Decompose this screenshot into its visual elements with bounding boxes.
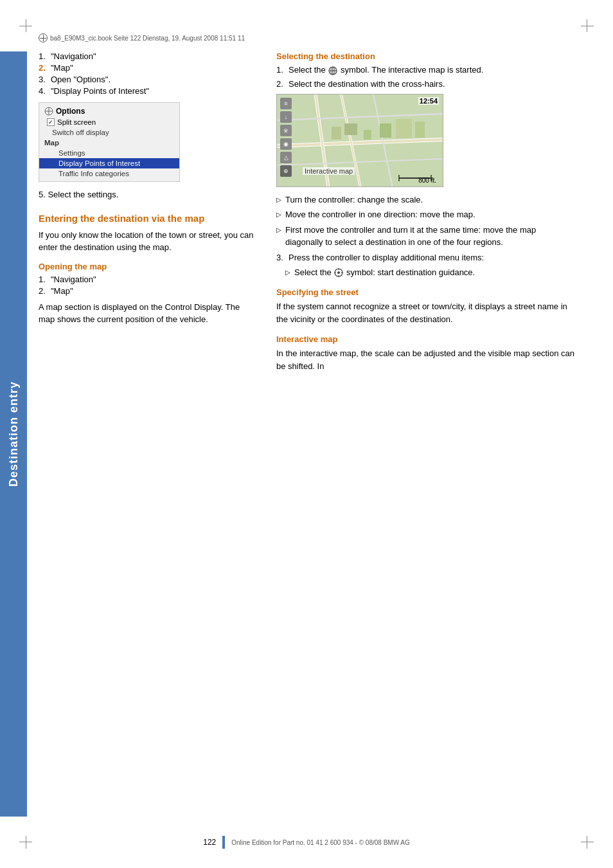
- right-step-3-num: 3.: [276, 253, 285, 262]
- item-3-num: 3.: [39, 75, 48, 84]
- right-column: Selecting the destination 1. Select the …: [276, 51, 574, 376]
- map-icon-row: ≡ ↓ ※ ◉ △ ⊕: [280, 98, 292, 177]
- list-item-1: 1. "Navigation": [39, 51, 257, 61]
- item-1-num: 1.: [39, 51, 48, 61]
- svg-rect-20: [380, 123, 391, 138]
- list-item-4: 4. "Display Points of Interest": [39, 86, 257, 96]
- sub3-text: In the interactive map, the scale can be…: [276, 347, 574, 372]
- header-line: ba8_E90M3_cic.book Seite 122 Dienstag, 1…: [39, 33, 574, 42]
- map-icon-6: ⊕: [280, 165, 292, 177]
- footer-copyright: Online Edition for Part no. 01 41 2 600 …: [231, 839, 410, 846]
- two-column-layout: 1. "Navigation" 2. "Map" 3. Open "Option…: [39, 51, 574, 376]
- menu-item-display-poi: Display Points of Interest: [39, 158, 179, 168]
- menu-item-traffic: Traffic Info categories: [39, 168, 179, 179]
- map-interactive-label: Interactive map: [303, 167, 355, 175]
- bullet-item-2: Move the controller in one direction: mo…: [276, 208, 574, 221]
- map-icon-1: ≡: [280, 98, 292, 109]
- menu-item-switch-off: Switch off display: [39, 127, 179, 138]
- page-number: 122: [203, 838, 216, 847]
- sub-list-item-2: 2. "Map": [39, 286, 257, 296]
- right-step-1: 1. Select the symbol. The interactive ma…: [276, 65, 574, 76]
- sub1-desc: A map section is displayed on the Contro…: [39, 301, 257, 326]
- main-content: 1. "Navigation" 2. "Map" 3. Open "Option…: [39, 51, 574, 376]
- map-icon-4: ◉: [280, 138, 292, 150]
- sub2-text: If the system cannot recognize a street …: [276, 300, 574, 325]
- sub-item-1-text: "Navigation": [51, 275, 96, 284]
- header-crosshair-icon: [39, 33, 48, 42]
- checkbox-split-screen: ✓: [47, 118, 55, 126]
- menu-item-settings: Settings: [39, 148, 179, 158]
- footer-divider: [222, 836, 225, 849]
- menu-title: Options: [39, 105, 179, 117]
- sub-heading-opening: Opening the map: [39, 262, 257, 271]
- bullet-item-3: First move the controller and turn it at…: [276, 224, 574, 249]
- right-step-1-text: Select the symbol. The interactive map i…: [289, 65, 483, 76]
- menu-screenshot: Options ✓ Split screen Switch off displa…: [39, 102, 180, 182]
- svg-point-27: [337, 271, 340, 274]
- right-step-3-text: Press the controller to display addition…: [289, 253, 484, 262]
- right-heading-selecting: Selecting the destination: [276, 51, 574, 61]
- destination-icon: [333, 267, 344, 278]
- item-4-text: "Display Points of Interest": [51, 86, 149, 96]
- map-icon-3: ※: [280, 125, 292, 136]
- right-step-1-num: 1.: [276, 65, 285, 76]
- sub-item-1-num: 1.: [39, 275, 48, 284]
- sub-heading-street: Specifying the street: [276, 287, 574, 297]
- item-2-num: 2.: [39, 63, 48, 73]
- menu-section-map: Map: [39, 138, 179, 148]
- header-file-info: ba8_E90M3_cic.book Seite 122 Dienstag, 1…: [50, 35, 245, 42]
- footer: 122 Online Edition for Part no. 01 41 2 …: [0, 836, 613, 849]
- menu-title-text: Options: [56, 107, 85, 116]
- step-5: 5. Select the settings.: [39, 188, 257, 201]
- left-column: 1. "Navigation" 2. "Map" 3. Open "Option…: [39, 51, 257, 376]
- map-screenshot: 12:54 Interactive map 800 ft. ≡ ↓ ※ ◉ △ …: [276, 94, 443, 187]
- sub-item-2-num: 2.: [39, 286, 48, 296]
- sub-heading-interactive: Interactive map: [276, 334, 574, 344]
- list-item-3: 3. Open "Options".: [39, 75, 257, 84]
- map-icon-2: ↓: [280, 111, 292, 123]
- section-heading-map: Entering the destination via the map: [39, 213, 257, 224]
- right-step-2: 2. Select the destination with the cross…: [276, 79, 574, 89]
- split-screen-label: Split screen: [57, 118, 96, 126]
- item-1-text: "Navigation": [51, 51, 96, 61]
- step3-bullets: Select the symbol: start destination gui…: [285, 266, 574, 279]
- map-time: 12:54: [418, 97, 439, 105]
- bullet-list: Turn the controller: change the scale. M…: [276, 194, 574, 249]
- list-item-2: 2. "Map": [39, 63, 257, 73]
- svg-rect-18: [344, 123, 357, 135]
- page: ba8_E90M3_cic.book Seite 122 Dienstag, 1…: [0, 0, 613, 868]
- sub-item-2-text: "Map": [51, 286, 73, 296]
- svg-rect-19: [364, 130, 371, 140]
- corner-marker-tl: [19, 19, 32, 32]
- map-icon-5: △: [280, 152, 292, 163]
- menu-item-split-screen: ✓ Split screen: [39, 117, 179, 127]
- item-3-text: Open "Options".: [51, 75, 111, 84]
- options-icon: [44, 107, 53, 116]
- globe-crosshair-icon: [328, 66, 338, 76]
- intro-text: If you only know the location of the tow…: [39, 229, 257, 254]
- svg-rect-17: [332, 127, 341, 140]
- step3-bullet-1: Select the symbol: start destination gui…: [285, 266, 574, 279]
- svg-rect-21: [396, 119, 412, 138]
- item-2-text: "Map": [51, 63, 73, 73]
- right-step-3: 3. Press the controller to display addit…: [276, 253, 574, 262]
- item-4-num: 4.: [39, 86, 48, 96]
- sub-list-item-1: 1. "Navigation": [39, 275, 257, 284]
- map-svg: [277, 95, 443, 187]
- sidebar-label-text: Destination entry: [7, 381, 21, 487]
- right-step-2-num: 2.: [276, 79, 285, 89]
- bullet-item-1: Turn the controller: change the scale.: [276, 194, 574, 206]
- map-scale: 800 ft.: [418, 177, 436, 184]
- corner-marker-tr: [581, 19, 594, 32]
- right-step-2-text: Select the destination with the cross-ha…: [289, 79, 445, 89]
- svg-rect-22: [415, 122, 425, 138]
- sidebar: Destination entry: [0, 51, 27, 817]
